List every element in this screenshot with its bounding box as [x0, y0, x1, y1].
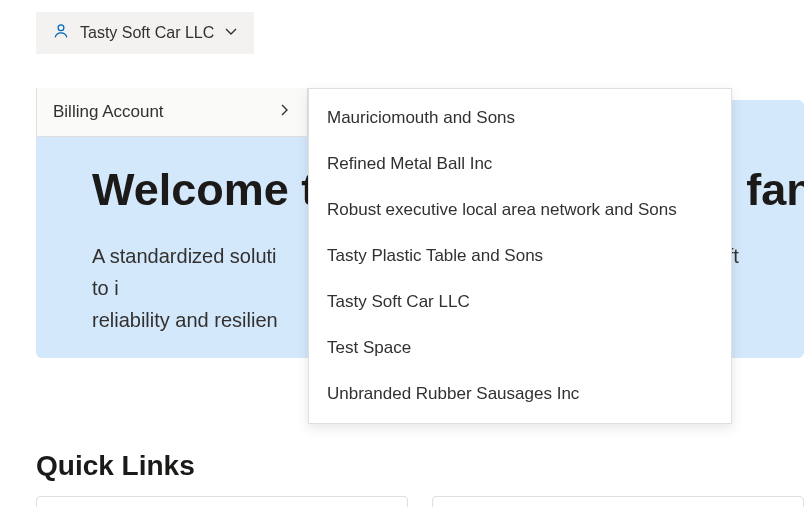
flyout-item[interactable]: Mauriciomouth and Sons	[309, 95, 731, 141]
billing-account-label: Billing Account	[53, 102, 164, 122]
chevron-right-icon	[277, 102, 291, 122]
flyout-item[interactable]: Tasty Plastic Table and Sons	[309, 233, 731, 279]
flyout-item[interactable]: Test Space	[309, 325, 731, 371]
hero-body-line2: reliability and resilien	[92, 309, 278, 331]
hero-title-suffix: fany	[746, 164, 804, 215]
hero-body-line1-prefix: A standardized soluti	[92, 245, 277, 267]
flyout-item[interactable]: Unbranded Rubber Sausages Inc	[309, 371, 731, 417]
flyout-item[interactable]: Robust executive local area network and …	[309, 187, 731, 233]
person-icon	[52, 22, 70, 44]
chevron-down-icon	[224, 24, 238, 42]
hero-title-prefix: Welcome t	[92, 164, 316, 215]
svg-point-0	[58, 25, 64, 31]
account-name-label: Tasty Soft Car LLC	[80, 24, 214, 42]
flyout-item[interactable]: Refined Metal Ball Inc	[309, 141, 731, 187]
quick-link-card[interactable]	[432, 496, 804, 507]
quick-links-heading: Quick Links	[36, 450, 195, 482]
account-dropdown: Billing Account	[36, 88, 308, 137]
account-selector-button[interactable]: Tasty Soft Car LLC	[36, 12, 254, 54]
billing-account-flyout: Mauriciomouth and Sons Refined Metal Bal…	[308, 88, 732, 424]
flyout-item[interactable]: Tasty Soft Car LLC	[309, 279, 731, 325]
quick-link-card[interactable]	[36, 496, 408, 507]
quick-links-cards-row	[36, 496, 804, 507]
billing-account-menu-item[interactable]: Billing Account	[37, 88, 307, 136]
